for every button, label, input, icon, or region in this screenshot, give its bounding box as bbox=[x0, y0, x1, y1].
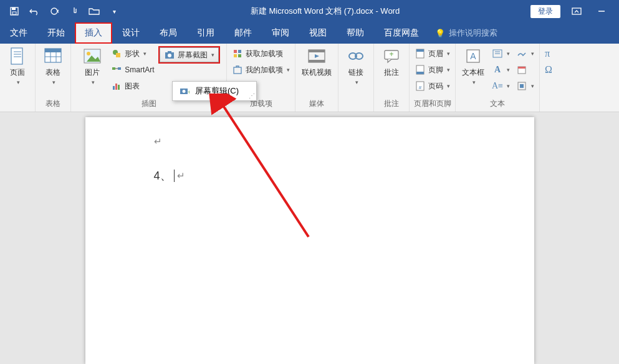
tab-help[interactable]: 帮助 bbox=[337, 22, 374, 44]
equation-button[interactable]: π bbox=[544, 46, 554, 61]
chevron-down-icon: ▾ bbox=[17, 79, 20, 85]
store-icon bbox=[232, 48, 243, 59]
screenshot-button[interactable]: 屏幕截图 ▾ bbox=[160, 47, 219, 62]
svg-rect-33 bbox=[309, 50, 325, 52]
group-symbols: π Ω bbox=[540, 44, 557, 112]
link-button[interactable]: 链接 ▾ bbox=[342, 46, 370, 85]
footer-label: 页脚 bbox=[428, 65, 443, 75]
tab-layout[interactable]: 布局 bbox=[150, 22, 187, 44]
shapes-button[interactable]: 形状▾ bbox=[110, 46, 155, 61]
comment-button[interactable]: + 批注 bbox=[378, 46, 405, 78]
svg-rect-53 bbox=[520, 84, 524, 88]
undo-icon[interactable] bbox=[29, 6, 40, 17]
textbox-button[interactable]: A 文本框 ▾ bbox=[459, 46, 487, 85]
tell-me-search[interactable]: 💡 操作说明搜索 bbox=[435, 27, 497, 39]
svg-rect-18 bbox=[116, 53, 120, 57]
pagenum-label: 页码 bbox=[428, 81, 443, 92]
datetime-button[interactable] bbox=[515, 62, 535, 77]
chart-button[interactable]: 图表 bbox=[110, 79, 155, 93]
save-icon[interactable] bbox=[9, 6, 20, 17]
svg-rect-31 bbox=[234, 67, 241, 74]
quick-access-toolbar: ▾ bbox=[0, 6, 120, 17]
addins-icon bbox=[232, 64, 243, 75]
get-addins-button[interactable]: 获取加载项 bbox=[231, 46, 291, 61]
table-button[interactable]: 表格 ▾ bbox=[39, 46, 67, 85]
paragraph-2: 4、 ↵ bbox=[154, 168, 466, 183]
group-symbols-label bbox=[544, 99, 554, 110]
tab-review[interactable]: 审阅 bbox=[262, 22, 299, 44]
omega-icon: Ω bbox=[545, 64, 552, 75]
object-icon bbox=[516, 80, 527, 92]
attach-icon[interactable] bbox=[69, 6, 80, 17]
signature-button[interactable]: ▾ bbox=[515, 46, 535, 61]
svg-rect-51 bbox=[518, 67, 525, 69]
tab-baidu[interactable]: 百度网盘 bbox=[374, 22, 429, 44]
group-media-label: 媒体 bbox=[299, 97, 334, 110]
svg-rect-6 bbox=[11, 48, 22, 64]
minimize-icon[interactable] bbox=[593, 2, 610, 20]
qat-customize-icon[interactable]: ▾ bbox=[108, 6, 120, 17]
smartart-label: SmartArt bbox=[125, 65, 154, 74]
svg-rect-28 bbox=[238, 50, 241, 53]
svg-point-25 bbox=[168, 54, 171, 57]
tab-insert[interactable]: 插入 bbox=[75, 22, 112, 44]
comment-icon: + bbox=[381, 46, 401, 66]
paragraph-1: ↵ bbox=[154, 136, 466, 147]
chevron-down-icon: ▾ bbox=[507, 83, 510, 89]
footer-button[interactable]: 页脚▾ bbox=[413, 62, 451, 77]
group-headerfooter-label: 页眉和页脚 bbox=[413, 97, 451, 110]
smartart-button[interactable]: SmartArt bbox=[110, 62, 155, 77]
shapes-label: 形状 bbox=[125, 49, 140, 59]
tab-mailings[interactable]: 邮件 bbox=[224, 22, 262, 44]
redo-icon[interactable] bbox=[49, 6, 60, 17]
group-comments-label: 批注 bbox=[378, 97, 405, 110]
symbol-button[interactable]: Ω bbox=[544, 62, 554, 77]
online-video-button[interactable]: 联机视频 bbox=[299, 46, 334, 78]
pagenum-button[interactable]: # 页码▾ bbox=[413, 79, 451, 93]
date-icon bbox=[516, 64, 527, 75]
pages-button[interactable]: 页面 ▾ bbox=[4, 46, 31, 85]
shapes-icon bbox=[111, 48, 122, 59]
header-button[interactable]: 页眉▾ bbox=[413, 46, 451, 61]
chart-label: 图表 bbox=[125, 81, 140, 92]
svg-rect-22 bbox=[115, 84, 117, 90]
my-addins-button[interactable]: 我的加载项▾ bbox=[231, 62, 291, 77]
footer-icon bbox=[415, 64, 426, 75]
tab-home[interactable]: 开始 bbox=[37, 22, 75, 44]
tab-file[interactable]: 文件 bbox=[0, 22, 37, 44]
wordart-button[interactable]: A▾ bbox=[491, 62, 511, 77]
document-page[interactable]: ↵ 4、 ↵ bbox=[85, 117, 534, 364]
svg-text:A: A bbox=[470, 51, 476, 61]
object-button[interactable]: ▾ bbox=[515, 79, 535, 93]
svg-point-55 bbox=[183, 90, 186, 93]
svg-rect-29 bbox=[234, 54, 237, 57]
signature-icon bbox=[516, 48, 527, 59]
chevron-down-icon: ▾ bbox=[447, 67, 450, 73]
svg-point-16 bbox=[87, 52, 90, 55]
login-button[interactable]: 登录 bbox=[530, 5, 560, 18]
svg-rect-30 bbox=[238, 54, 241, 57]
svg-rect-19 bbox=[112, 67, 115, 70]
chevron-down-icon: ▾ bbox=[447, 50, 450, 57]
screenshot-label: 屏幕截图 bbox=[178, 50, 208, 60]
svg-rect-4 bbox=[572, 8, 581, 14]
table-icon bbox=[43, 46, 63, 66]
tab-design[interactable]: 设计 bbox=[112, 22, 150, 44]
get-addins-label: 获取加载项 bbox=[246, 49, 283, 59]
header-label: 页眉 bbox=[428, 49, 443, 59]
tab-references[interactable]: 引用 bbox=[187, 22, 224, 44]
screen-clipping-item[interactable]: + 屏幕剪辑(C) bbox=[173, 82, 256, 100]
dropcap-button[interactable]: A≡▾ bbox=[491, 79, 511, 93]
quickparts-button[interactable]: ▾ bbox=[491, 46, 511, 61]
ribbon-display-icon[interactable] bbox=[568, 2, 585, 20]
chevron-down-icon: ▾ bbox=[287, 67, 290, 73]
tab-view[interactable]: 视图 bbox=[299, 22, 337, 44]
page-icon bbox=[7, 46, 27, 66]
my-addins-label: 我的加载项 bbox=[246, 65, 283, 75]
chevron-down-icon: ▾ bbox=[473, 79, 476, 85]
folder-icon[interactable] bbox=[89, 6, 100, 17]
svg-rect-11 bbox=[45, 49, 61, 52]
picture-button[interactable]: 图片 ▾ bbox=[79, 46, 106, 85]
chevron-down-icon: ▾ bbox=[143, 50, 146, 57]
window-title: 新建 Microsoft Word 文档 (7).docx - Word bbox=[120, 6, 530, 17]
